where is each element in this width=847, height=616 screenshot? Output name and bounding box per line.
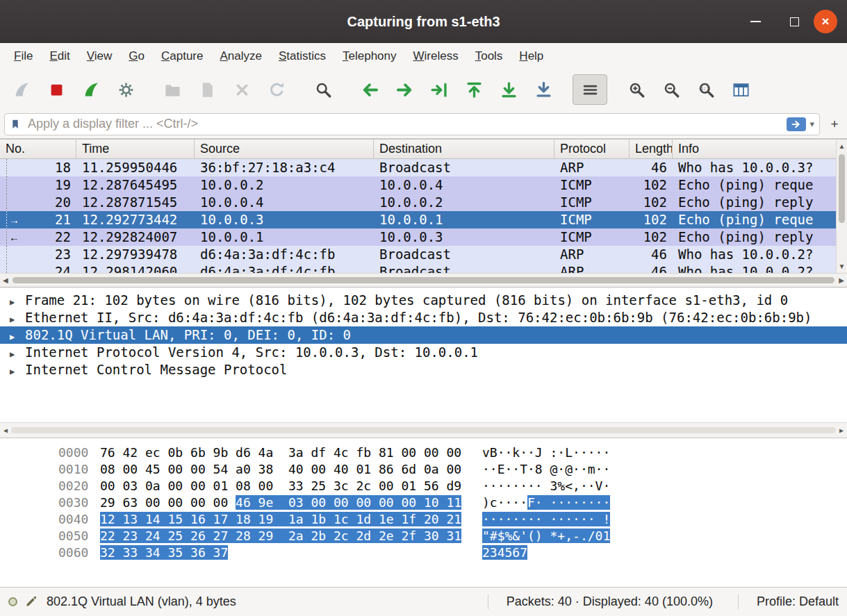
hex-row[interactable]: 001008 00 45 00 00 54 a0 38 40 00 40 01 … xyxy=(0,461,847,478)
scroll-right-arrow-icon[interactable]: ▶ xyxy=(839,426,844,435)
zoom-original-icon[interactable]: 1:1 xyxy=(689,74,723,105)
packet-bytes-pane: 000076 42 ec 0b 6b 9b d6 4a 3a df 4c fb … xyxy=(0,438,847,587)
svg-text:1:1: 1:1 xyxy=(700,85,709,92)
ascii-segment: ··E··T·8 @·@··m·· xyxy=(482,462,610,476)
expander-icon[interactable]: ▶ xyxy=(10,346,25,361)
packet-mark-icon xyxy=(0,159,18,176)
minimize-button[interactable] xyxy=(748,15,762,28)
hex-row[interactable]: 006032 33 34 35 36 37234567 xyxy=(0,544,847,561)
display-filter-field[interactable]: ▾ xyxy=(4,113,820,135)
column-header-destination[interactable]: Destination xyxy=(374,140,554,158)
scroll-right-arrow-icon[interactable]: ▶ xyxy=(839,276,844,285)
close-capture-file-icon[interactable] xyxy=(224,74,259,105)
expert-info-icon[interactable] xyxy=(8,597,17,606)
restart-capture-icon[interactable] xyxy=(74,74,108,105)
scroll-to-bottom-icon[interactable] xyxy=(526,74,561,105)
vertical-scrollbar-thumb[interactable] xyxy=(839,154,845,223)
display-filter-input[interactable] xyxy=(26,116,787,132)
expander-icon[interactable]: ▶ xyxy=(10,363,25,378)
filter-bookmark-icon[interactable] xyxy=(10,117,22,131)
detail-line[interactable]: ▶Frame 21: 102 bytes on wire (816 bits),… xyxy=(0,292,847,309)
column-header-protocol[interactable]: Protocol xyxy=(554,140,630,158)
hex-row[interactable]: 000076 42 ec 0b 6b 9b d6 4a 3a df 4c fb … xyxy=(0,444,847,461)
hex-row[interactable]: 003029 63 00 00 00 00 46 9e 03 00 00 00 … xyxy=(0,494,847,511)
stop-capture-icon[interactable] xyxy=(39,74,74,105)
scroll-up-arrow-icon[interactable]: ▲ xyxy=(839,142,846,151)
save-capture-file-icon[interactable] xyxy=(190,74,224,105)
packet-row[interactable]: →2112.29277344210.0.0.310.0.0.1ICMP102Ec… xyxy=(0,211,836,228)
menu-file[interactable]: File xyxy=(6,43,41,69)
vertical-scrollbar-track[interactable] xyxy=(837,151,847,262)
horizontal-scrollbar-track[interactable] xyxy=(8,423,839,438)
menu-capture[interactable]: Capture xyxy=(153,43,211,69)
packet-list-horizontal-scrollbar[interactable]: ◀ ▶ xyxy=(0,273,847,287)
go-to-last-packet-icon[interactable] xyxy=(491,74,526,105)
titlebar[interactable]: Capturing from s1-eth3 × xyxy=(0,0,847,43)
detail-line[interactable]: ▶Ethernet II, Src: d6:4a:3a:df:4c:fb (d6… xyxy=(0,309,847,326)
hex-row[interactable]: 002000 03 0a 00 00 01 08 00 33 25 3c 2c … xyxy=(0,478,847,494)
reload-capture-file-icon[interactable] xyxy=(259,74,294,105)
cell-protocol: ICMP xyxy=(554,194,630,211)
packet-row[interactable]: 2312.297939478d6:4a:3a:df:4c:fbBroadcast… xyxy=(0,246,836,263)
column-header-time[interactable]: Time xyxy=(76,140,195,158)
expander-icon[interactable]: ▶ xyxy=(10,328,25,344)
go-to-packet-icon[interactable] xyxy=(422,74,457,105)
cell-destination: Broadcast xyxy=(374,246,554,263)
hex-row[interactable]: 005022 23 24 25 26 27 28 29 2a 2b 2c 2d … xyxy=(0,528,847,544)
go-back-icon[interactable] xyxy=(352,74,387,105)
menu-statistics[interactable]: Statistics xyxy=(270,43,334,69)
packet-row[interactable]: 1912.28764549510.0.0.210.0.0.4ICMP102Ech… xyxy=(0,176,836,194)
resize-columns-icon[interactable] xyxy=(723,74,758,105)
menu-tools[interactable]: Tools xyxy=(467,43,511,69)
column-header-length[interactable]: Length xyxy=(630,140,673,158)
menu-help[interactable]: Help xyxy=(511,43,552,69)
find-packet-icon[interactable] xyxy=(306,74,340,105)
open-capture-file-icon[interactable] xyxy=(155,74,190,105)
maximize-button[interactable] xyxy=(787,15,801,28)
cell-no: 20 xyxy=(18,194,76,211)
horizontal-scrollbar-track[interactable] xyxy=(8,274,839,287)
horizontal-scrollbar-thumb[interactable] xyxy=(11,427,836,433)
menu-analyze[interactable]: Analyze xyxy=(211,43,270,69)
hex-ascii: 234567 xyxy=(482,544,527,561)
details-horizontal-scrollbar[interactable]: ◀ ▶ xyxy=(0,422,847,438)
apply-filter-button[interactable] xyxy=(787,117,806,131)
menu-edit[interactable]: Edit xyxy=(41,43,78,69)
menu-view[interactable]: View xyxy=(79,43,121,69)
horizontal-scrollbar-thumb[interactable] xyxy=(13,277,835,283)
expander-icon[interactable]: ▶ xyxy=(10,311,25,326)
filter-dropdown-caret-icon[interactable]: ▾ xyxy=(809,119,814,129)
detail-line[interactable]: ▶802.1Q Virtual LAN, PRI: 0, DEI: 0, ID:… xyxy=(0,326,847,344)
packet-row[interactable]: ←2212.29282400710.0.0.110.0.0.3ICMP102Ec… xyxy=(0,228,836,246)
detail-line[interactable]: ▶Internet Control Message Protocol xyxy=(0,361,847,378)
zoom-out-icon[interactable] xyxy=(654,74,689,105)
capture-options-icon[interactable] xyxy=(108,74,143,105)
packet-row[interactable]: 1811.25995044636:bf:27:18:a3:c4Broadcast… xyxy=(0,159,836,176)
column-header-no[interactable]: No. xyxy=(0,140,76,158)
packet-list-vertical-scrollbar[interactable]: ▲ ▼ xyxy=(836,140,847,274)
capture-comment-icon[interactable] xyxy=(24,595,38,609)
go-to-first-packet-icon[interactable] xyxy=(457,74,491,105)
start-capture-icon[interactable] xyxy=(4,74,39,105)
filter-add-button[interactable]: + xyxy=(826,115,843,133)
cell-time: 11.259950446 xyxy=(76,159,195,176)
close-button[interactable]: × xyxy=(814,10,837,33)
expander-icon[interactable]: ▶ xyxy=(10,294,25,309)
auto-scroll-icon[interactable] xyxy=(573,74,607,105)
go-forward-icon[interactable] xyxy=(387,74,422,105)
profile-status[interactable]: Profile: Default xyxy=(738,594,839,609)
scroll-left-arrow-icon[interactable]: ◀ xyxy=(3,276,8,285)
menu-go[interactable]: Go xyxy=(120,43,153,69)
column-header-info[interactable]: Info xyxy=(673,140,847,158)
ascii-segment: "#$%&'() *+,-./01 xyxy=(482,528,610,543)
column-header-source[interactable]: Source xyxy=(195,140,374,158)
minimize-icon xyxy=(750,21,761,22)
menu-telephony[interactable]: Telephony xyxy=(334,43,405,69)
hex-row[interactable]: 004012 13 14 15 16 17 18 19 1a 1b 1c 1d … xyxy=(0,511,847,528)
zoom-in-icon[interactable] xyxy=(619,74,654,105)
packet-row[interactable]: 2412.298142060d6:4a:3a:df:4c:fbBroadcast… xyxy=(0,263,836,274)
packet-row[interactable]: 2012.28787154510.0.0.410.0.0.2ICMP102Ech… xyxy=(0,194,836,211)
detail-line[interactable]: ▶Internet Protocol Version 4, Src: 10.0.… xyxy=(0,344,847,361)
menu-wireless[interactable]: Wireless xyxy=(405,43,467,69)
scroll-down-arrow-icon[interactable]: ▼ xyxy=(839,262,846,272)
